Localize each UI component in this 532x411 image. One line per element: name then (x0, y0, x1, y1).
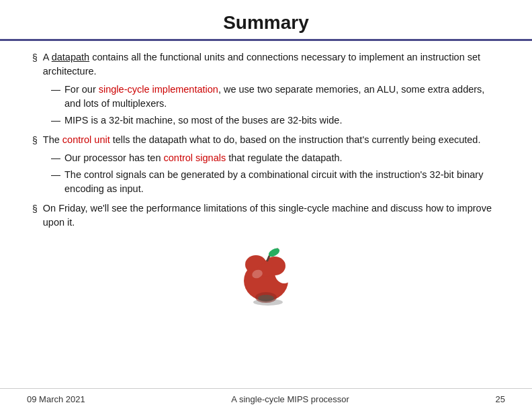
svg-point-9 (253, 299, 283, 306)
bullet-symbol-1: § (32, 51, 38, 64)
sub-bullet-symbol-1a: — (51, 83, 60, 96)
sub-bullet-text-1b: MIPS is a 32-bit machine, so most of the… (64, 113, 500, 128)
sub-bullet-1a: — For our single-cycle implementation, w… (51, 83, 500, 111)
footer-date: 09 March 2021 (27, 394, 85, 404)
slide: Summary § A datapath contains all the fu… (0, 0, 532, 411)
bullet-text-3: On Friday, we'll see the performance lim… (43, 201, 500, 230)
sub-bullet-text-1a: For our single-cycle implementation, we … (64, 83, 500, 111)
footer-page-number: 25 (496, 394, 505, 404)
datapath-link: datapath (52, 52, 89, 62)
sub-bullet-1b: — MIPS is a 32-bit machine, so most of t… (51, 113, 500, 128)
bullet-symbol-3: § (32, 202, 38, 216)
slide-title: Summary (27, 12, 505, 34)
apple-image-container (32, 239, 500, 306)
apple-icon (236, 239, 296, 306)
single-cycle-impl-text: single-cycle implementation (99, 84, 218, 95)
sub-bullet-2b: — The control signals can be generated b… (51, 168, 500, 196)
control-signals-text: control signals (164, 152, 226, 163)
bullet-3: § On Friday, we'll see the performance l… (32, 201, 500, 230)
sub-bullet-2a: — Our processor has ten control signals … (51, 151, 500, 165)
bullet-1: § A datapath contains all the functional… (32, 50, 500, 79)
footer-subtitle: A single-cycle MIPS processor (85, 394, 496, 404)
sub-bullet-symbol-1b: — (51, 113, 60, 127)
control-unit-text: control unit (62, 134, 110, 145)
sub-bullet-symbol-2a: — (51, 151, 60, 165)
bullet-symbol-2: § (32, 134, 38, 147)
slide-footer: 09 March 2021 A single-cycle MIPS proces… (0, 388, 532, 411)
slide-content: § A datapath contains all the functional… (0, 41, 532, 388)
sub-bullet-text-2b: The control signals can be generated by … (64, 168, 500, 196)
sub-bullet-symbol-2b: — (51, 168, 60, 181)
slide-header: Summary (0, 0, 532, 39)
bullet-2: § The control unit tells the datapath wh… (32, 133, 500, 147)
sub-bullet-text-2a: Our processor has ten control signals th… (64, 151, 500, 165)
bullet-text-2: The control unit tells the datapath what… (43, 133, 500, 147)
bullet-text-1: A datapath contains all the functional u… (43, 50, 500, 79)
